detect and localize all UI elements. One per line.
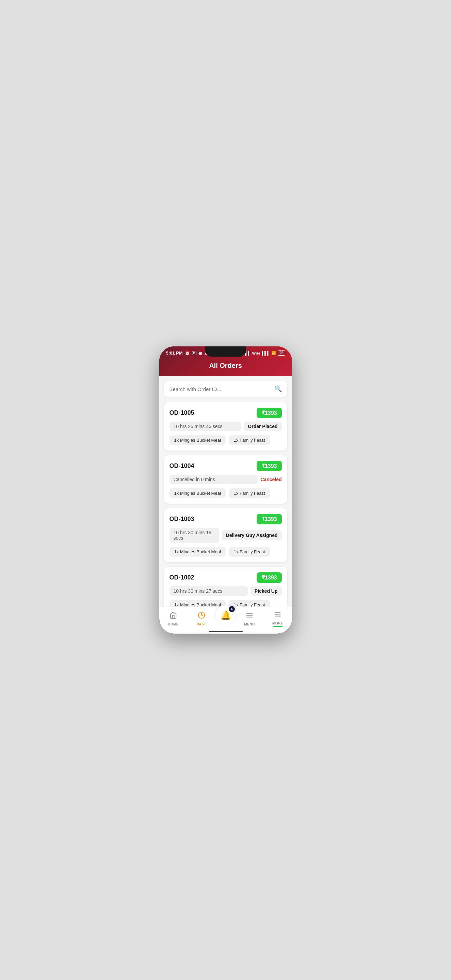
item-tag: 1x Family Feast <box>229 488 270 498</box>
price-badge: ₹1393 <box>257 461 282 471</box>
signal2-icon: ▌▌▌ <box>262 351 269 355</box>
order-card[interactable]: OD-1004 ₹1393 Cancelled in 0 mins Cancel… <box>164 455 287 504</box>
price-badge: ₹1393 <box>257 514 282 524</box>
nav-home[interactable]: HOME <box>159 611 188 626</box>
item-tag: 1x Mingles Bucket Meal <box>169 435 226 445</box>
alarm-icon: ⏰ <box>185 351 190 356</box>
content-area: 🔍 OD-1005 ₹1393 10 hrs 25 mins 46 secs O… <box>159 375 292 607</box>
phone-frame: 5:01 PM ⏰ B ◉ ▲ ✦ ▌▌▌ WiFi ▌▌▌ 📶 25 All … <box>159 347 292 633</box>
nav-notifications[interactable]: 🔔 4 <box>216 612 236 625</box>
b-icon: B <box>192 351 196 355</box>
order-items: 1x Mingles Bucket Meal 1x Family Feast <box>169 547 282 557</box>
home-icon <box>169 611 177 621</box>
item-tag: 1x Mingles Bucket Meal <box>169 547 226 557</box>
battery-icon: 25 <box>278 350 285 356</box>
order-id: OD-1002 <box>169 574 194 581</box>
item-tag: 1x Family Feast <box>229 435 270 445</box>
item-tag: 1x Mingles Bucket Meal <box>169 488 226 498</box>
order-id: OD-1003 <box>169 515 194 523</box>
order-header: OD-1005 ₹1393 <box>169 408 282 418</box>
order-items: 1x Mingles Bucket Meal 1x Family Feast <box>169 435 282 445</box>
order-meta: 10 hrs 25 mins 46 secs Order Placed <box>169 422 282 431</box>
order-header: OD-1003 ₹1393 <box>169 514 282 524</box>
menu-icon <box>246 611 253 621</box>
price-badge: ₹1393 <box>257 408 282 418</box>
search-icon: 🔍 <box>274 385 282 393</box>
nav-more[interactable]: MORE <box>264 611 292 627</box>
past-icon <box>198 611 205 621</box>
order-header: OD-1002 ₹1393 <box>169 572 282 583</box>
bell-container: 🔔 4 <box>216 605 236 625</box>
nav-past[interactable]: PAST <box>188 611 216 626</box>
nav-more-label: MORE <box>272 621 283 625</box>
home-indicator <box>209 631 243 632</box>
item-tag: 1x Mingles Bucket Meal <box>169 600 226 607</box>
order-meta: 10 hrs 30 mins 16 secs Delivery Guy Assi… <box>169 528 282 543</box>
notch <box>205 347 246 356</box>
bottom-nav: HOME PAST 🔔 4 <box>159 607 292 633</box>
order-time: 10 hrs 25 mins 46 secs <box>169 422 241 431</box>
svg-point-7 <box>279 614 281 615</box>
status-time: 5:01 PM <box>166 350 183 356</box>
orders-list: OD-1005 ₹1393 10 hrs 25 mins 46 secs Ord… <box>164 402 287 607</box>
nav-home-label: HOME <box>168 622 179 626</box>
order-time: 10 hrs 30 mins 27 secs <box>169 586 248 596</box>
order-card[interactable]: OD-1002 ₹1393 10 hrs 30 mins 27 secs Pic… <box>164 567 287 607</box>
search-bar[interactable]: 🔍 <box>164 381 287 397</box>
order-status: Order Placed <box>244 422 282 431</box>
order-status: Picked Up <box>250 586 282 596</box>
header: All Orders <box>159 358 292 375</box>
more-icon <box>274 611 282 620</box>
item-tag: 1x Family Feast <box>229 547 270 557</box>
c-icon: ◉ <box>198 351 202 356</box>
more-active-indicator <box>273 626 282 627</box>
order-time: 10 hrs 30 mins 16 secs <box>169 528 219 543</box>
order-meta: Cancelled in 0 mins Canceled <box>169 475 282 484</box>
order-time: Cancelled in 0 mins <box>169 475 258 484</box>
bell-icon: 🔔 <box>220 610 231 620</box>
price-badge: ₹1393 <box>257 572 282 583</box>
wifi-icon: WiFi <box>252 351 260 355</box>
nav-past-label: PAST <box>197 622 206 626</box>
nav-menu-label: MENU <box>244 622 255 626</box>
order-status: Delivery Guy Assigned <box>222 530 282 540</box>
order-items: 1x Mingles Bucket Meal 1x Family Feast <box>169 488 282 498</box>
status-left: 5:01 PM ⏰ B ◉ ▲ <box>166 350 208 356</box>
nav-menu[interactable]: MENU <box>236 611 264 626</box>
order-card[interactable]: OD-1003 ₹1393 10 hrs 30 mins 16 secs Del… <box>164 508 287 562</box>
item-tag: 1x Family Feast <box>229 600 270 607</box>
order-meta: 10 hrs 30 mins 27 secs Picked Up <box>169 586 282 596</box>
order-id: OD-1004 <box>169 463 194 469</box>
order-status: Canceled <box>260 475 282 484</box>
search-input[interactable] <box>169 386 274 392</box>
wifi2-icon: 📶 <box>271 351 276 355</box>
page-title: All Orders <box>166 362 285 369</box>
order-id: OD-1005 <box>169 409 194 417</box>
order-header: OD-1004 ₹1393 <box>169 461 282 471</box>
notification-badge: 4 <box>229 606 235 612</box>
order-card[interactable]: OD-1005 ₹1393 10 hrs 25 mins 46 secs Ord… <box>164 402 287 450</box>
svg-point-8 <box>279 616 281 617</box>
